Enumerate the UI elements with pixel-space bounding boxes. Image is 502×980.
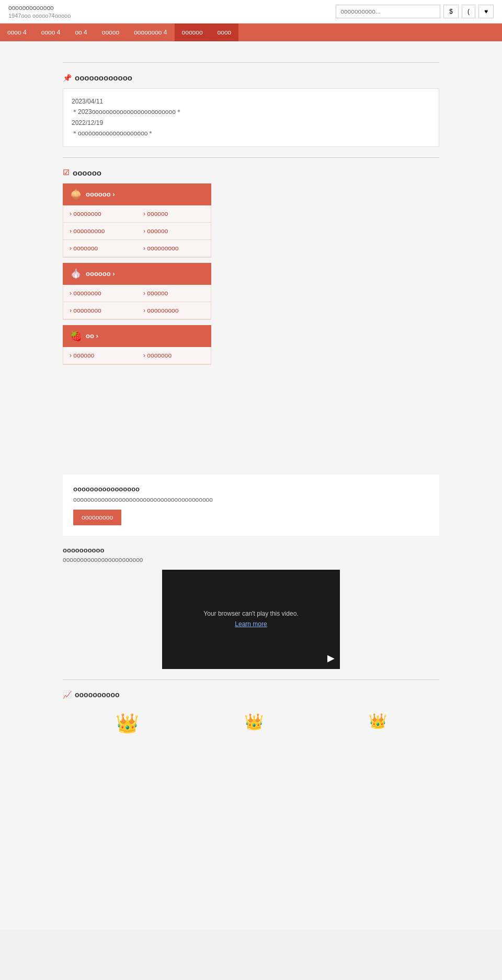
dollar-button[interactable]: $	[443, 5, 459, 18]
category-group-0: 🧅 оооооо › оооооооо оооооо ооооооооо ооо…	[63, 183, 439, 258]
cat-item-1-1[interactable]: оооооо	[137, 285, 211, 302]
promo-section: оооооооооооооооо ооооооооооооооооооооооо…	[63, 475, 439, 536]
ranking-heading: оооооооооо	[75, 690, 120, 699]
notice-box: 2023/04/11 ＊2023оооооооооооооооооооооооо…	[63, 88, 439, 147]
cat-items-1: оооооооо оооооо оооооооо ооооооооо	[63, 285, 211, 320]
header-actions: $ ( ♥	[336, 5, 494, 18]
cat-icon-2: 🍓	[70, 330, 82, 342]
ad-area	[63, 370, 439, 475]
notice-heading: оооооооооооо	[75, 73, 132, 82]
cat-item-0-4[interactable]: ооооооо	[63, 240, 137, 257]
cat-item-1-3[interactable]: ооооооооо	[137, 302, 211, 319]
cat-icon-0: 🧅	[70, 189, 82, 200]
ranking-trend-icon: 📈	[63, 690, 72, 699]
category-group-2: 🍓 оо › оооооо ооооооо	[63, 325, 439, 365]
crown-silver: 👑	[244, 712, 264, 734]
nav-item-2[interactable]: оо 4	[67, 24, 94, 41]
cat-items-0: оооооооо оооооо ооооооооо оооооо ооооооо…	[63, 205, 211, 258]
video-learn-more-link[interactable]: Learn more	[235, 620, 267, 628]
header-branding: ооооооооооооо 1947ооо ооооо74ооооо	[8, 4, 71, 19]
video-container: Your browser can't play this video. Lear…	[63, 570, 439, 669]
divider-top	[63, 62, 439, 63]
ranking-header: 📈 оооооооооо	[63, 690, 439, 699]
notice-date-2: 2022/12/19	[72, 118, 430, 128]
site-title: ооооооооооооо	[8, 4, 71, 11]
video-subtitle: ооооооооооооооооооооооо	[63, 556, 439, 563]
crown-silver-icon: 👑	[244, 712, 264, 731]
video-section: оооооооооо ооооооооооооооооооооооо Your …	[63, 546, 439, 669]
nav-item-5[interactable]: оооооо	[175, 24, 210, 41]
cat-item-0-3[interactable]: оооооо	[137, 223, 211, 240]
notice-text-2: ＊оооооооооооооооооооо＊	[72, 128, 430, 139]
cat-item-0-0[interactable]: оооооооо	[63, 205, 137, 223]
crown-gold-icon: 👑	[116, 712, 139, 734]
paren-button[interactable]: (	[462, 5, 475, 18]
cat-label-2: оо ›	[86, 332, 98, 340]
notice-text-1: ＊2023оооооооооооооооооооооооо＊	[72, 107, 430, 117]
site-subtitle: 1947ооо ооооо74ооооо	[8, 13, 71, 19]
category-heading: оооооо	[73, 168, 101, 177]
main-content: 📌 оооооооооооо 2023/04/11 ＊2023ооооооооо…	[0, 41, 502, 930]
cat-items-2: оооооо ооооооо	[63, 347, 211, 365]
cat-header-1[interactable]: 🧄 оооооо ›	[63, 263, 211, 285]
crown-gold: 👑	[116, 712, 139, 734]
cat-item-2-0[interactable]: оооооо	[63, 347, 137, 364]
promo-title: оооооооооооооооо	[73, 485, 429, 493]
divider-category	[63, 157, 439, 158]
cat-item-0-2[interactable]: ооооооооо	[63, 223, 137, 240]
divider-ranking	[63, 679, 439, 680]
video-message: Your browser can't play this video. Lear…	[203, 609, 298, 629]
video-title: оооооооооо	[63, 546, 439, 554]
cat-label-0: оооооо ›	[86, 190, 115, 198]
promo-button[interactable]: ооооооооо	[73, 510, 121, 525]
notice-date-1: 2023/04/11	[72, 96, 430, 107]
cat-item-2-1[interactable]: ооооооо	[137, 347, 211, 364]
cat-header-2[interactable]: 🍓 оо ›	[63, 325, 211, 347]
main-nav: оооо 4 оооо 4 оо 4 ооооо оооооооо 4 оооо…	[0, 24, 502, 41]
nav-item-6[interactable]: оооо	[210, 24, 239, 41]
video-player[interactable]: Your browser can't play this video. Lear…	[162, 570, 340, 669]
notice-section-header: 📌 оооооооооооо	[63, 73, 439, 82]
youtube-icon[interactable]: ▶	[327, 652, 335, 664]
category-check-icon: ☑	[63, 168, 70, 177]
category-group-1: 🧄 оооооо › оооооооо оооооо оооооооо оооо…	[63, 263, 439, 320]
ranking-crowns: 👑 👑 👑	[63, 707, 439, 740]
nav-item-3[interactable]: ооооо	[95, 24, 127, 41]
cat-header-0[interactable]: 🧅 оооооо ›	[63, 183, 211, 205]
cat-item-1-2[interactable]: оооооооо	[63, 302, 137, 319]
notice-icon: 📌	[63, 74, 72, 82]
crown-bronze-icon: 👑	[369, 712, 387, 730]
cat-item-1-0[interactable]: оооооооо	[63, 285, 137, 302]
search-input[interactable]	[336, 5, 440, 18]
cat-icon-1: 🧄	[70, 268, 82, 280]
nav-item-4[interactable]: оооооооо 4	[127, 24, 174, 41]
promo-text: оооооооооооооооооооооооооооооооооооооооо	[73, 496, 429, 503]
ranking-section: 📈 оооооооооо 👑 👑 👑	[63, 690, 439, 740]
category-section-header: ☑ оооооо	[63, 168, 439, 177]
cat-item-0-1[interactable]: оооооо	[137, 205, 211, 223]
nav-item-0[interactable]: оооо 4	[0, 24, 34, 41]
site-header: ооооооооооооо 1947ооо ооооо74ооооо $ ( ♥	[0, 0, 502, 24]
cat-label-1: оооооо ›	[86, 270, 115, 278]
nav-item-1[interactable]: оооо 4	[34, 24, 68, 41]
cat-item-0-5[interactable]: ооооооооо	[137, 240, 211, 257]
heart-button[interactable]: ♥	[478, 5, 494, 18]
crown-bronze: 👑	[369, 712, 387, 734]
